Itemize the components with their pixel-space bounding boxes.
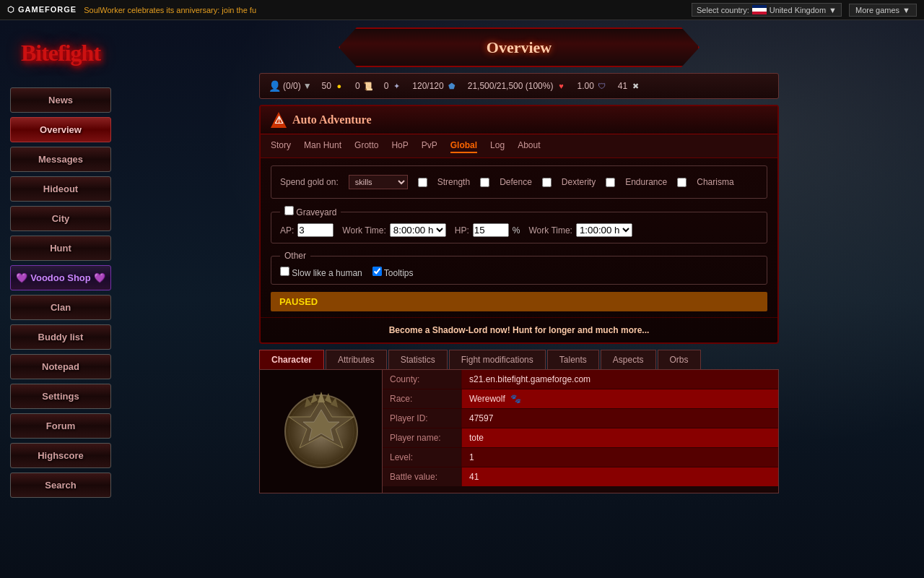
country-value: United Kingdom [770,6,826,14]
sidebar-item-overview[interactable]: Overview [10,117,111,142]
tab-aspects[interactable]: Aspects [601,350,656,369]
sidebar-item-news[interactable]: News [10,87,111,113]
country-label: Select country: [697,6,749,14]
hp-pct: % [513,225,520,236]
sidebar-item-hunt[interactable]: Hunt [10,236,111,261]
charisma-checkbox[interactable] [677,178,687,187]
ap-input[interactable] [297,223,334,237]
work-time-select[interactable]: 8:00:00 h 4:00:00 h 2:00:00 h [390,223,446,237]
spend-gold-fieldset: Spend gold on: skills equipment nothing … [271,165,767,199]
tab-character[interactable]: Character [259,350,324,369]
tab-orbs[interactable]: Orbs [658,350,701,369]
sidebar-item-buddy[interactable]: Buddy list [10,324,111,350]
defence-checkbox[interactable] [480,178,489,187]
chevron-down-icon[interactable]: ▼ [303,81,312,91]
player-name-label: Player name: [383,428,462,447]
uk-flag-icon [752,5,767,14]
race-value: Werewolf 🐾 [462,389,778,408]
more-games-button[interactable]: More games ▼ [849,4,917,17]
battle-value-icon: ✖ [629,80,641,92]
tab-hop[interactable]: HoP [391,139,408,153]
sidebar-item-highscore[interactable]: Highscore [10,443,111,468]
other-stat: 0 ✦ [384,80,403,92]
hp-work-time-select[interactable]: 1:00:00 h 2:00:00 h [576,223,632,237]
user-stat: 👤 (0/0) ▼ [269,80,312,92]
country-select[interactable]: Select country: United Kingdom ▼ [692,3,842,17]
bitefight-logo: Bitefight [10,27,111,78]
other-icon: ✦ [391,80,402,92]
tab-attributes[interactable]: Attributes [326,350,387,369]
charisma-label[interactable]: Charisma [697,177,733,187]
content-area: Overview 👤 (0/0) ▼ 50 ● 0 📜 0 ✦ 120/120 [121,20,924,578]
ap-label: AP: [280,225,294,236]
tab-story[interactable]: Story [271,139,291,153]
tab-statistics[interactable]: Statistics [388,350,448,369]
tooltips-label[interactable]: Tooltips [372,267,414,278]
news-ticker[interactable]: SoulWorker celebrates its anniversary: j… [84,6,684,14]
dexterity-label[interactable]: Dexterity [562,177,596,187]
tab-talents[interactable]: Talents [547,350,599,369]
slow-human-label[interactable]: Slow like a human [280,267,362,278]
werewolf-icon: 🐾 [510,394,521,404]
paused-banner: PAUSED [271,292,767,311]
sidebar-item-forum[interactable]: Forum [10,413,111,439]
spend-gold-label: Spend gold on: [280,177,339,187]
sidebar-item-city[interactable]: City [10,206,111,231]
chevron-down-icon: ▼ [829,6,837,14]
auto-adventure-title: Auto Adventure [292,113,372,126]
char-avatar-svg [278,384,365,478]
user-icon: 👤 [269,80,281,92]
strength-label[interactable]: Strength [437,177,470,187]
sidebar-item-clan[interactable]: Clan [10,295,111,320]
ap-group: AP: [280,223,334,237]
hp-orb-icon: ⬟ [446,80,458,92]
hp-input[interactable] [473,223,509,237]
chevron-down-icon: ▼ [902,6,910,14]
player-name-row: Player name: tote [383,428,778,448]
tab-fight-modifications[interactable]: Fight modifications [449,350,546,369]
tab-grotto[interactable]: Grotto [354,139,378,153]
hp-work-time-label: Work Time: [528,225,572,236]
graveyard-row: AP: Work Time: 8:00:00 h 4:00:00 h 2:00:… [280,223,758,237]
tab-about[interactable]: About [518,139,540,153]
gold-icon: ● [334,80,345,92]
full-hp-stat: 21,500/21,500 (100%) ♥ [468,80,567,92]
tab-manhunt[interactable]: Man Hunt [304,139,341,153]
level-value: 1 [462,448,778,467]
battle-row: Battle value: 41 [383,467,778,486]
sidebar-item-hideout[interactable]: Hideout [10,176,111,202]
race-row: Race: Werewolf 🐾 [383,389,778,409]
tab-nav: Story Man Hunt Grotto HoP PvP Global Log… [261,134,777,158]
tab-pvp[interactable]: PvP [422,139,437,153]
char-info-table: County: s21.en.bitefight.gameforge.com R… [383,370,778,493]
tab-global[interactable]: Global [450,139,477,153]
player-name-value: tote [462,428,778,447]
tab-log[interactable]: Log [490,139,505,153]
defence-label[interactable]: Defence [500,177,532,187]
dexterity-checkbox[interactable] [542,178,552,187]
level-row: Level: 1 [383,448,778,467]
battle-value: 41 [462,467,778,486]
sidebar-item-search[interactable]: Search [10,473,111,498]
endurance-checkbox[interactable] [606,178,615,187]
aa-icon: ⚠ [271,112,287,128]
graveyard-checkbox[interactable] [284,206,294,215]
endurance-label[interactable]: Endurance [625,177,667,187]
other-legend: Other [280,251,310,261]
player-id-row: Player ID: 47597 [383,409,778,428]
sidebar-item-messages[interactable]: Messages [10,147,111,172]
page-title: Overview [487,38,552,57]
player-id-label: Player ID: [383,409,462,428]
gameforge-logo-text: ⬡ GAMEFORGE [7,5,77,14]
slow-human-checkbox[interactable] [280,267,289,276]
tooltips-checkbox[interactable] [372,267,382,276]
strength-checkbox[interactable] [418,178,427,187]
sidebar-item-settings[interactable]: Settings [10,384,111,409]
spend-gold-select[interactable]: skills equipment nothing [349,175,408,189]
scrolls-stat: 0 📜 [355,80,374,92]
work-time-label: Work Time: [342,225,385,236]
sidebar-item-notepad[interactable]: Notepad [10,354,111,379]
sidebar-item-voodoo[interactable]: 💜 Voodoo Shop 💜 [10,265,111,290]
topbar: ⬡ GAMEFORGE SoulWorker celebrates its an… [0,0,924,20]
battle-label: Battle value: [383,467,462,486]
